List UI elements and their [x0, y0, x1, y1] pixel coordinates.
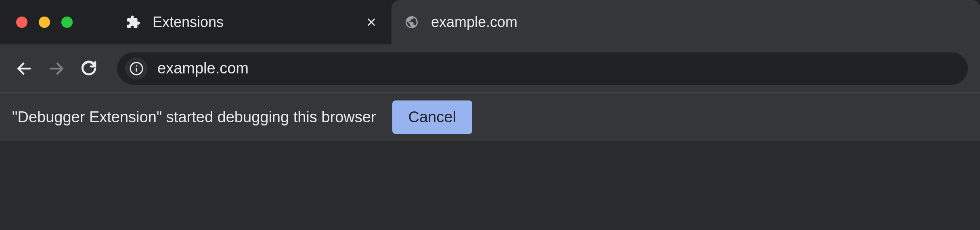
infobar-message: "Debugger Extension" started debugging t… — [12, 109, 376, 126]
omnibox-url: example.com — [157, 60, 249, 77]
back-button[interactable] — [12, 56, 36, 81]
puzzle-piece-icon — [125, 14, 141, 30]
tab-close-button[interactable] — [363, 14, 379, 30]
tab-extensions[interactable]: Extensions — [113, 0, 392, 44]
info-icon[interactable] — [125, 57, 148, 80]
reload-button[interactable] — [77, 56, 101, 81]
window-controls — [16, 17, 73, 28]
omnibox[interactable]: example.com — [117, 52, 968, 85]
tab-example-com[interactable]: example.com — [392, 0, 980, 44]
window-maximize-button[interactable] — [61, 17, 73, 28]
window-close-button[interactable] — [16, 17, 27, 28]
svg-point-6 — [136, 65, 137, 66]
globe-icon — [404, 14, 420, 30]
cancel-button[interactable]: Cancel — [392, 100, 472, 134]
forward-button[interactable] — [44, 56, 69, 81]
tab-title: Extensions — [153, 14, 363, 31]
tab-title: example.com — [431, 14, 968, 31]
debugger-infobar: "Debugger Extension" started debugging t… — [0, 93, 980, 141]
tab-strip: Extensions example.com — [0, 0, 980, 44]
toolbar: example.com — [0, 44, 980, 93]
window-minimize-button[interactable] — [39, 17, 50, 28]
